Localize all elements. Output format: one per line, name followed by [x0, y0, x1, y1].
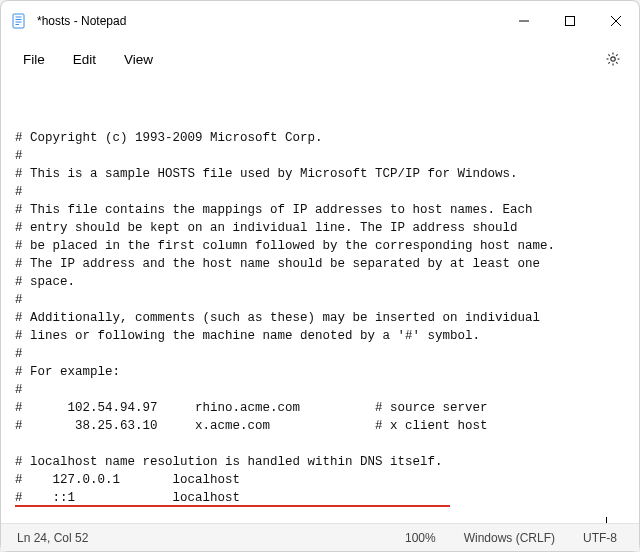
status-cursor-position: Ln 24, Col 52 — [9, 531, 102, 545]
status-encoding[interactable]: UTF-8 — [569, 531, 631, 545]
menu-view[interactable]: View — [110, 46, 167, 73]
status-line-ending[interactable]: Windows (CRLF) — [450, 531, 569, 545]
svg-rect-0 — [13, 14, 24, 28]
red-underline-annotation — [15, 505, 450, 507]
statusbar: Ln 24, Col 52 100% Windows (CRLF) UTF-8 — [1, 523, 639, 551]
editor-content: # Copyright (c) 1993-2009 Microsoft Corp… — [15, 129, 625, 523]
svg-line-17 — [608, 62, 609, 63]
close-button[interactable] — [593, 1, 639, 41]
window-title: *hosts - Notepad — [37, 14, 126, 28]
status-zoom[interactable]: 100% — [391, 531, 450, 545]
menubar: File Edit View — [1, 41, 639, 77]
minimize-button[interactable] — [501, 1, 547, 41]
notepad-window: *hosts - Notepad File Edit View — [0, 0, 640, 552]
notepad-icon — [11, 13, 27, 29]
menu-edit[interactable]: Edit — [59, 46, 110, 73]
svg-line-14 — [608, 54, 609, 55]
menu-file[interactable]: File — [9, 46, 59, 73]
text-caret — [606, 517, 607, 523]
maximize-button[interactable] — [547, 1, 593, 41]
svg-rect-6 — [566, 17, 575, 26]
settings-button[interactable] — [595, 41, 631, 77]
svg-line-15 — [616, 62, 617, 63]
text-editor[interactable]: # Copyright (c) 1993-2009 Microsoft Corp… — [1, 77, 639, 523]
svg-point-9 — [611, 57, 615, 61]
titlebar: *hosts - Notepad — [1, 1, 639, 41]
svg-line-16 — [616, 54, 617, 55]
